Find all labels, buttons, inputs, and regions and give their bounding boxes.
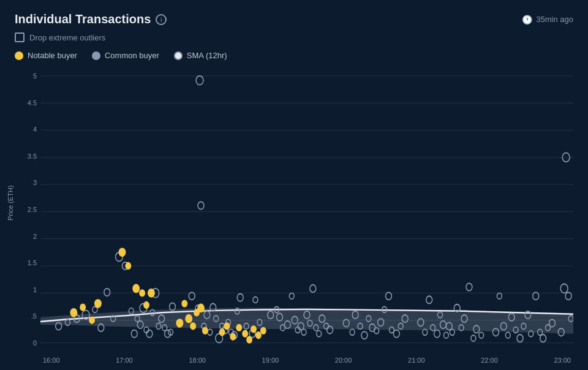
- svg-point-133: [132, 284, 140, 293]
- common-dot: [92, 51, 100, 60]
- clock-icon: 🕐: [522, 15, 532, 25]
- svg-point-87: [393, 330, 399, 338]
- svg-point-54: [253, 296, 258, 303]
- checkbox-row: Drop extreme outliers: [15, 32, 573, 42]
- svg-point-17: [104, 289, 110, 296]
- svg-point-129: [89, 316, 95, 323]
- y-tick-3: 3: [33, 179, 37, 186]
- svg-point-71: [317, 331, 322, 337]
- svg-point-145: [224, 322, 230, 330]
- x-axis-labels: 16:00 17:00 18:00 19:00 20:00 21:00 22:0…: [40, 357, 573, 364]
- svg-point-51: [237, 294, 243, 301]
- common-label: Common buyer: [105, 51, 159, 60]
- svg-point-22: [131, 330, 137, 338]
- svg-point-144: [219, 328, 225, 336]
- outlier-checkbox[interactable]: [15, 32, 24, 42]
- svg-point-56: [196, 76, 203, 85]
- y-tick-4.5: 4.5: [28, 99, 37, 107]
- svg-point-150: [251, 325, 257, 333]
- svg-point-69: [310, 285, 316, 292]
- legend-common: Common buyer: [92, 51, 159, 60]
- chart-svg: [40, 70, 573, 364]
- svg-point-27: [146, 330, 153, 338]
- x-tick-16: 16:00: [43, 357, 60, 364]
- info-icon[interactable]: i: [156, 14, 167, 25]
- x-tick-17: 17:00: [116, 357, 133, 364]
- svg-point-104: [471, 335, 476, 341]
- svg-point-103: [466, 283, 472, 290]
- y-tick-0: 0: [33, 339, 37, 347]
- y-tick-2.5: 2.5: [28, 206, 37, 213]
- svg-point-142: [197, 304, 205, 313]
- svg-point-151: [255, 331, 262, 339]
- y-tick-4: 4: [33, 126, 37, 133]
- svg-point-149: [246, 336, 252, 343]
- svg-point-38: [198, 202, 204, 209]
- x-tick-23: 23:00: [554, 357, 571, 364]
- svg-point-79: [361, 331, 368, 339]
- svg-point-132: [125, 262, 131, 270]
- svg-point-110: [505, 332, 510, 338]
- svg-point-108: [497, 293, 502, 299]
- chart-area: Price (ETH) 5 4.5 4 3.5 3 2.5 2 1.5 1 .5…: [15, 70, 573, 364]
- svg-point-143: [202, 327, 208, 334]
- svg-point-66: [301, 329, 306, 335]
- svg-point-146: [230, 333, 236, 341]
- svg-point-137: [176, 319, 183, 328]
- svg-point-128: [80, 304, 86, 311]
- svg-point-41: [208, 329, 213, 335]
- header-row: Individual Transactions i 🕐 35min ago: [15, 12, 573, 26]
- svg-point-97: [443, 332, 448, 338]
- main-container: Individual Transactions i 🕐 35min ago Dr…: [0, 0, 588, 370]
- x-tick-19: 19:00: [262, 357, 279, 364]
- svg-point-138: [181, 300, 187, 307]
- notable-dot: [15, 51, 23, 60]
- legend-notable: Notable buyer: [15, 51, 77, 60]
- timestamp-text: 35min ago: [536, 15, 573, 24]
- svg-point-131: [119, 247, 126, 257]
- notable-label: Notable buyer: [28, 51, 77, 60]
- y-tick-1: 1: [33, 286, 37, 293]
- checkbox-label: Drop extreme outliers: [29, 33, 105, 42]
- y-tick-2: 2: [33, 233, 37, 240]
- svg-point-140: [190, 322, 196, 330]
- svg-point-106: [479, 332, 484, 338]
- y-tick-5: 5: [33, 72, 37, 80]
- chart-inner: 16:00 17:00 18:00 19:00 20:00 21:00 22:0…: [40, 70, 573, 364]
- sma-label: SMA (12hr): [187, 51, 227, 60]
- svg-point-134: [139, 289, 145, 296]
- x-tick-22: 22:00: [481, 357, 498, 364]
- svg-point-123: [560, 284, 568, 293]
- svg-point-147: [236, 324, 242, 331]
- y-tick-0.5: .5: [31, 312, 37, 320]
- legend-sma: SMA (12hr): [174, 51, 227, 60]
- svg-point-148: [242, 330, 248, 338]
- svg-point-135: [143, 301, 149, 309]
- sma-dot: [174, 51, 183, 60]
- svg-point-94: [434, 330, 440, 338]
- title-group: Individual Transactions i: [15, 12, 167, 26]
- y-tick-1.5: 1.5: [28, 259, 37, 266]
- svg-point-139: [185, 314, 192, 323]
- y-axis-label: Price (ETH): [7, 186, 14, 221]
- x-tick-20: 20:00: [335, 357, 352, 364]
- y-tick-3.5: 3.5: [28, 153, 37, 160]
- svg-point-62: [289, 293, 294, 299]
- svg-point-76: [350, 329, 355, 335]
- x-tick-21: 21:00: [408, 357, 425, 364]
- svg-point-113: [517, 334, 523, 342]
- svg-point-152: [260, 327, 266, 334]
- svg-point-33: [165, 330, 171, 338]
- svg-point-136: [148, 289, 155, 298]
- x-tick-18: 18:00: [189, 357, 206, 364]
- legend-row: Notable buyer Common buyer SMA (12hr): [15, 51, 573, 60]
- svg-point-92: [426, 296, 432, 303]
- svg-point-119: [540, 334, 546, 342]
- svg-point-127: [70, 308, 77, 317]
- timestamp: 🕐 35min ago: [522, 15, 573, 25]
- svg-point-130: [94, 299, 102, 308]
- page-title: Individual Transactions: [15, 12, 151, 26]
